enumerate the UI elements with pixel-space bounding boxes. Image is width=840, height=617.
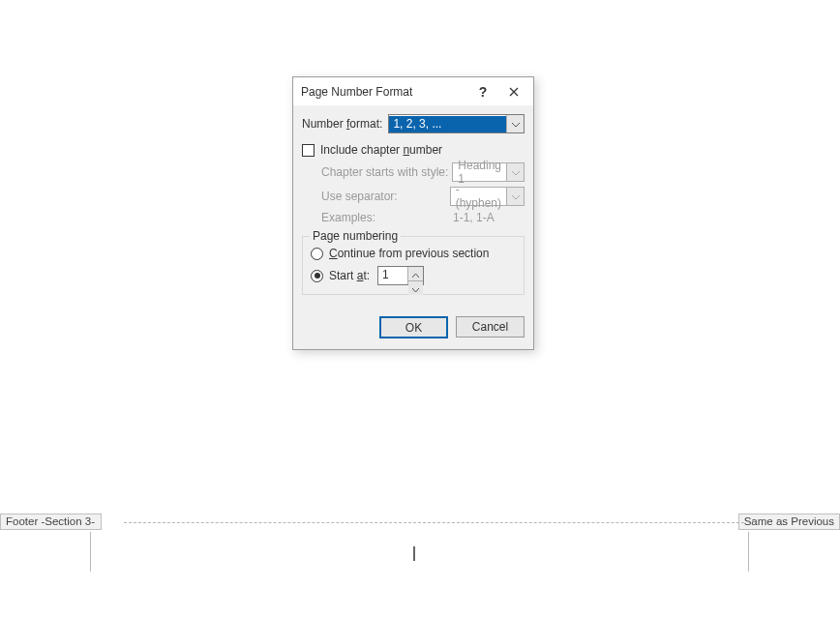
start-at-label: Start at: [329,269,370,282]
footer-section-label: Footer -Section 3- [0,514,102,530]
chevron-down-icon [512,117,520,131]
close-button[interactable] [498,80,529,103]
start-at-spinner[interactable]: 1 [377,266,424,285]
separator-row: Use separator: - (hyphen) [321,187,525,206]
dialog-title: Page Number Format [301,85,467,99]
page-left-border [90,532,91,572]
same-as-previous-label: Same as Previous [738,514,840,530]
examples-label: Examples: [321,211,453,224]
separator-value: - (hyphen) [451,183,506,210]
start-at-radio-row: Start at: 1 [311,266,516,285]
chevron-down-icon [512,190,520,203]
number-format-selected: 1, 2, 3, ... [389,116,506,132]
continue-label: Continue from previous section [329,247,489,260]
number-format-row: Number format: 1, 2, 3, ... [302,114,525,133]
ok-button[interactable]: OK [379,316,448,338]
examples-value: 1-1, 1-A [453,211,495,224]
footer-area: Footer -Section 3- Same as Previous [0,514,840,572]
separator-label: Use separator: [321,190,450,203]
number-format-dropdown[interactable]: 1, 2, 3, ... [388,114,525,133]
chapter-style-value: Heading 1 [453,159,506,186]
chapter-style-row: Chapter starts with style: Heading 1 [321,162,525,182]
chapter-style-dropdown: Heading 1 [452,162,525,182]
page-numbering-legend: Page numbering [310,229,401,243]
chevron-down-icon [512,165,520,179]
examples-row: Examples: 1-1, 1-A [321,211,525,224]
include-chapter-checkbox[interactable] [302,144,315,157]
page-number-format-dialog: Page Number Format ? Number format: 1, 2… [292,76,534,350]
spinner-buttons [407,267,423,284]
dropdown-arrow [506,163,524,181]
include-chapter-label: Include chapter number [320,143,442,157]
close-icon [509,84,519,100]
help-button[interactable]: ? [467,80,498,103]
spinner-down[interactable] [408,281,423,295]
page-right-border [748,532,749,572]
number-format-label: Number format: [302,117,382,131]
footer-divider [124,522,744,523]
continue-radio-row: Continue from previous section [311,247,516,260]
chevron-up-icon [412,267,419,280]
chevron-down-icon [412,281,419,295]
page-numbering-group: Page numbering Continue from previous se… [302,236,525,295]
separator-dropdown: - (hyphen) [450,187,525,206]
text-cursor [413,546,415,561]
dialog-actions: OK Cancel [293,305,533,349]
dropdown-arrow [506,115,524,132]
start-at-value: 1 [378,267,407,284]
include-chapter-row: Include chapter number [302,143,525,157]
chapter-style-label: Chapter starts with style: [321,165,452,179]
dropdown-arrow [506,188,524,205]
spinner-up[interactable] [408,267,423,281]
cancel-button[interactable]: Cancel [456,316,525,338]
dialog-body: Number format: 1, 2, 3, ... Include chap… [293,105,533,305]
chapter-subsection: Chapter starts with style: Heading 1 Use… [321,162,525,224]
start-at-radio[interactable] [311,270,323,282]
dialog-titlebar[interactable]: Page Number Format ? [293,77,533,105]
continue-radio[interactable] [311,248,323,260]
